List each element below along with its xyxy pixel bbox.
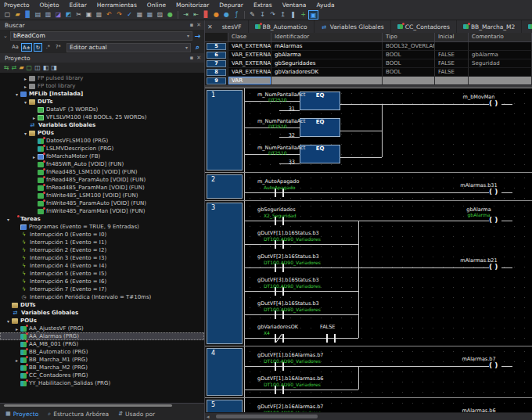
cell-comentario[interactable] bbox=[469, 77, 532, 85]
menu-proyecto[interactable]: Proyecto bbox=[4, 2, 30, 9]
menu-extras[interactable]: Extras bbox=[253, 2, 272, 9]
compare-icon[interactable]: ◪ bbox=[53, 10, 63, 20]
match-accents-button[interactable]: A± bbox=[21, 43, 32, 52]
row-number-cell[interactable]: 6 bbox=[205, 51, 228, 59]
cell-clase[interactable]: VAR_EXTERNAL bbox=[228, 68, 271, 77]
scrollbar-thumb[interactable] bbox=[4, 404, 172, 407]
script-icon[interactable]: ƒ bbox=[232, 10, 242, 20]
editor-tab-stesvf[interactable]: stesVF bbox=[216, 20, 249, 33]
tree-expander-icon[interactable]: ▸ bbox=[31, 154, 38, 160]
network-canvas[interactable]: gbSeguridadesX2_SeguridadgDutVF[1].b16St… bbox=[244, 201, 532, 346]
ladder-horizontal-scrollbar[interactable]: ◂ bbox=[205, 412, 532, 420]
tree-expander-icon[interactable]: ▸ bbox=[31, 115, 38, 120]
network-number[interactable]: 4 bbox=[207, 348, 243, 396]
cut-icon[interactable]: ✂ bbox=[74, 10, 84, 20]
table-row[interactable]: 7VAR_EXTERNALgbSeguridadesBOOLFALSESegur… bbox=[205, 59, 532, 68]
network-number[interactable]: 5 bbox=[207, 400, 243, 412]
tree-item-bb_marcha_m2[interactable]: BB_Marcha_M2 (PRG) bbox=[0, 364, 204, 372]
tree-item-fnwrite485_paramman[interactable]: fnWrite485_ParamMan [VOID] (FUN) bbox=[0, 207, 204, 215]
pin-icon[interactable]: ▪ bbox=[189, 55, 193, 61]
new-project-icon[interactable]: ▢ bbox=[2, 10, 13, 20]
sidebar-tab-estructura-arborea[interactable]: ⌕Estructura Arbórea bbox=[44, 407, 113, 420]
new-folder-icon[interactable]: ▰ bbox=[19, 63, 23, 72]
tree-expander-icon[interactable]: ▸ bbox=[22, 84, 29, 89]
tree-item-interrupcin[interactable]: ◷Interrupción Periódica (Intervalo = T#1… bbox=[0, 293, 204, 301]
compile-icon[interactable]: ▦ bbox=[135, 10, 145, 20]
cell-inicial[interactable]: FALSE bbox=[435, 68, 469, 77]
pin-icon[interactable]: ▪ bbox=[189, 22, 193, 28]
tree-item-datosvflsm100[interactable]: DatosVFLSM100 (PRG) bbox=[0, 137, 204, 145]
monitor-mode-icon[interactable]: ▣ bbox=[308, 10, 318, 20]
menu-depurar[interactable]: Depurar bbox=[219, 2, 243, 9]
row-number-cell[interactable]: 5 bbox=[205, 42, 228, 51]
cell-inicial[interactable]: FALSE bbox=[435, 51, 469, 59]
cell-comentario[interactable] bbox=[469, 68, 532, 77]
cell-clase[interactable]: VAR_EXTERNAL bbox=[228, 51, 271, 59]
cell-clase[interactable]: VAR_EXTERNAL bbox=[228, 59, 271, 68]
tree-item-pous[interactable]: ▾POUs bbox=[0, 317, 204, 325]
tree-expander-icon[interactable]: ▾ bbox=[5, 217, 12, 222]
link-icon[interactable]: ⇄ bbox=[12, 63, 17, 72]
tree-item-datavf[interactable]: DataVF (3 WORDs) bbox=[0, 106, 204, 113]
editor-tab-cc-contadores[interactable]: CC_Contadores bbox=[391, 20, 457, 33]
tree-item-fp[interactable]: ▸FP pulsed library bbox=[0, 74, 204, 82]
tree-item-fnwrite485_paramauto[interactable]: fnWrite485_ParamAuto [VOID] (FUN) bbox=[0, 199, 204, 207]
view-left-icon[interactable]: ◧ bbox=[43, 63, 49, 72]
tree-item-mflib[interactable]: ▾MFLib [Instalada] bbox=[0, 90, 204, 98]
close-icon[interactable]: ✕ bbox=[196, 55, 201, 61]
tree-item-duts[interactable]: ▾DUTs bbox=[0, 98, 204, 106]
find-next-button[interactable]: → bbox=[192, 32, 203, 40]
table-row[interactable]: 6VAR_EXTERNALgbAlarmaBOOLFALSEgbAlarma bbox=[205, 51, 532, 59]
search-button[interactable]: ⌕ bbox=[192, 43, 203, 52]
loop-search-button[interactable]: ↻ bbox=[34, 43, 42, 52]
tree-item-aa_alarmas[interactable]: AA_Alarmas (PRG) bbox=[0, 332, 204, 340]
network-number[interactable]: 2 bbox=[207, 174, 243, 199]
step-out-icon[interactable]: ↥ bbox=[278, 10, 288, 20]
network-number[interactable]: 1 bbox=[207, 90, 243, 171]
tree-item-fnread485_paramauto[interactable]: fnRead485_ParamAuto [VOID] (FUN) bbox=[0, 176, 204, 184]
menu-ayuda[interactable]: Ayuda bbox=[316, 2, 334, 9]
coil-symbol[interactable]: ( ) bbox=[489, 362, 498, 369]
tree-item-interrupcin[interactable]: ϟInterrupción 6 (Evento = I6) bbox=[0, 278, 204, 285]
watch-icon[interactable]: + bbox=[298, 10, 308, 20]
cell-tipo[interactable]: BOOL bbox=[383, 51, 435, 59]
cell-identificador[interactable] bbox=[271, 77, 383, 85]
tree-item-variables[interactable]: ⇄Variables Globales bbox=[0, 309, 204, 317]
cell-clase[interactable]: VAR_EXTERNAL bbox=[228, 42, 271, 51]
editor-tab-bb-marcha-m1[interactable]: BB_Marcha_M1 bbox=[522, 20, 532, 33]
stack-frame-icon[interactable]: ❚ bbox=[288, 10, 298, 20]
compile-all-icon[interactable]: ▦ bbox=[145, 10, 155, 20]
match-case-button[interactable]: Aa bbox=[11, 43, 20, 52]
tree-item-aa_mb_001[interactable]: AA_MB_001 (PRG) bbox=[0, 340, 204, 348]
redo-icon[interactable]: ↷ bbox=[114, 10, 124, 20]
window-split-icon[interactable]: ◫ bbox=[34, 63, 41, 72]
attach-icon[interactable]: ⇥ bbox=[181, 10, 191, 20]
detach-icon[interactable]: ⇤ bbox=[191, 10, 201, 20]
network-number[interactable]: 3 bbox=[207, 203, 243, 344]
cell-identificador[interactable]: gbSeguridades bbox=[271, 59, 383, 68]
tree-item-fn485wr_auto[interactable]: fn485WR_Auto [VOID] (FUN) bbox=[0, 160, 204, 168]
tree-item-duts[interactable]: DUTs bbox=[0, 301, 204, 309]
editor-tab-bb-automatico[interactable]: BB_Automatico bbox=[249, 20, 315, 33]
tree-item-interrupcin[interactable]: ϟInterrupción 1 (Evento = I1) bbox=[0, 239, 204, 246]
tree-expander-icon[interactable]: ▸ bbox=[13, 326, 20, 332]
tree-expander-icon[interactable]: ▾ bbox=[13, 92, 20, 97]
cell-tipo[interactable]: BOOL bbox=[383, 59, 435, 68]
tree-expander-icon[interactable]: ▾ bbox=[5, 318, 12, 324]
tree-item-aa_ajustesvf[interactable]: ▸AA_AjustesVF (PRG) bbox=[0, 325, 204, 332]
search-scope-select[interactable]: Editor actual ▾ bbox=[66, 43, 191, 52]
tree-item-fbmarchamotor[interactable]: ▸fbMarchaMotor (FB) bbox=[0, 153, 204, 160]
dropdown-arrow-icon[interactable]: ▾ bbox=[187, 33, 189, 38]
cell-tipo[interactable]: BOOL32_OVERLAP... bbox=[383, 42, 435, 51]
editor-tab-bb-marcha-m2[interactable]: BB_Marcha_M2 bbox=[457, 20, 523, 33]
network-canvas[interactable]: EQm_NumPantallaActDT251031EQm_NumPantall… bbox=[244, 88, 532, 172]
tree-item-fnread485_paramman[interactable]: fnRead485_ParamMan [VOID] (FUN) bbox=[0, 184, 204, 192]
menu-ventana[interactable]: Ventana bbox=[282, 2, 307, 9]
print-preview-icon[interactable]: ▥ bbox=[43, 10, 53, 20]
menu-objeto[interactable]: Objeto bbox=[40, 2, 59, 9]
close-tab-icon[interactable]: ✕ bbox=[205, 23, 216, 31]
close-icon[interactable]: ✕ bbox=[196, 22, 201, 28]
tree-expander-icon[interactable]: ▾ bbox=[22, 131, 29, 136]
cell-comentario[interactable]: Seguridad bbox=[469, 59, 532, 68]
edit-online-icon[interactable]: ✎ bbox=[247, 10, 257, 20]
